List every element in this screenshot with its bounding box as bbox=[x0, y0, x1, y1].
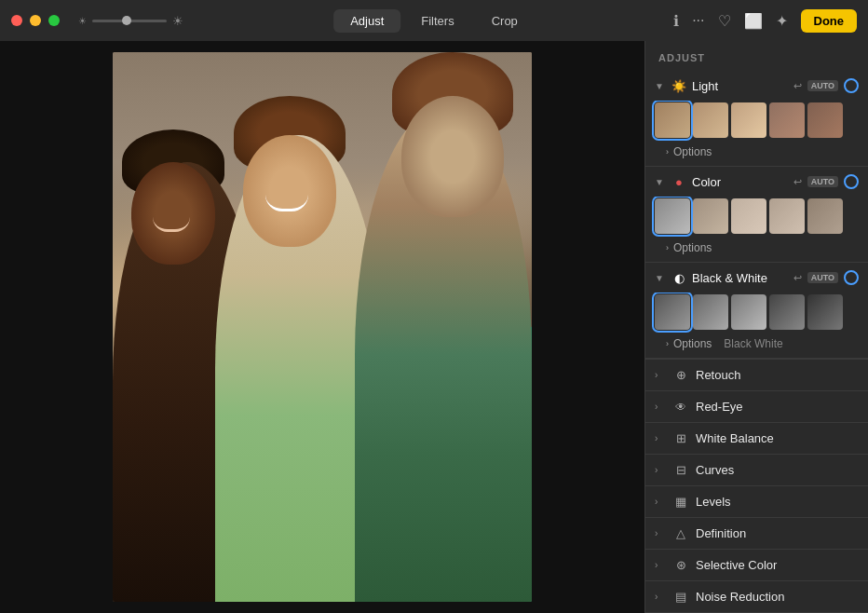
maximize-button[interactable] bbox=[48, 15, 60, 26]
definition-label: Definition bbox=[696, 526, 859, 540]
brightness-min-icon: ☀ bbox=[78, 16, 87, 26]
light-thumb-3[interactable] bbox=[731, 102, 766, 138]
bw-undo-icon[interactable]: ↩ bbox=[793, 272, 802, 284]
tool-selective-color[interactable]: › ⊛ Selective Color bbox=[645, 549, 868, 580]
retouch-icon: ⊕ bbox=[673, 368, 688, 382]
light-auto-badge[interactable]: AUTO bbox=[807, 80, 838, 91]
light-actions: ↩ AUTO bbox=[793, 78, 859, 93]
light-undo-icon[interactable]: ↩ bbox=[793, 80, 802, 92]
bw-toggle[interactable] bbox=[844, 270, 859, 285]
color-thumb-3[interactable] bbox=[731, 198, 766, 234]
light-options-row[interactable]: › Options bbox=[645, 143, 868, 166]
color-auto-badge[interactable]: AUTO bbox=[807, 176, 838, 187]
white-balance-icon: ⊞ bbox=[673, 431, 688, 445]
color-circle-icon: ● bbox=[671, 175, 686, 189]
tool-red-eye[interactable]: › 👁 Red-Eye bbox=[645, 390, 868, 422]
heart-icon[interactable]: ♡ bbox=[718, 12, 731, 30]
color-thumb-5[interactable] bbox=[807, 198, 843, 234]
light-toggle[interactable] bbox=[844, 78, 859, 93]
bw-thumb-5[interactable] bbox=[807, 294, 843, 330]
color-thumb-2[interactable] bbox=[693, 198, 728, 234]
light-title: Light bbox=[692, 79, 788, 93]
light-thumbnails bbox=[645, 101, 868, 143]
color-toggle[interactable] bbox=[844, 174, 859, 189]
sidebar-title: ADJUST bbox=[645, 41, 868, 71]
tab-crop[interactable]: Crop bbox=[475, 9, 535, 33]
bw-options-row[interactable]: › Options Black White bbox=[645, 335, 868, 358]
light-thumb-2[interactable] bbox=[693, 102, 728, 138]
info-icon[interactable]: ℹ bbox=[673, 12, 679, 30]
minimize-button[interactable] bbox=[30, 15, 41, 26]
definition-icon: △ bbox=[673, 526, 688, 540]
tool-noise-reduction[interactable]: › ▤ Noise Reduction bbox=[645, 580, 868, 612]
section-color-header[interactable]: ▼ ● Color ↩ AUTO bbox=[645, 167, 868, 197]
light-thumb-4[interactable] bbox=[769, 102, 805, 138]
definition-chevron-icon: › bbox=[655, 528, 666, 538]
curves-chevron-icon: › bbox=[655, 465, 666, 475]
levels-chevron-icon: › bbox=[655, 497, 666, 507]
levels-icon: ▦ bbox=[673, 495, 688, 509]
color-thumb-1[interactable] bbox=[655, 198, 690, 234]
bw-chevron-icon: ▼ bbox=[655, 273, 666, 283]
bw-thumb-4[interactable] bbox=[769, 294, 805, 330]
done-button[interactable]: Done bbox=[801, 9, 858, 33]
tool-curves[interactable]: › ⊟ Curves bbox=[645, 454, 868, 485]
titlebar-tabs: Adjust Filters Crop bbox=[333, 9, 535, 33]
section-color: ▼ ● Color ↩ AUTO › Options bbox=[645, 167, 868, 263]
bw-actions: ↩ AUTO bbox=[793, 270, 859, 285]
main-area: ADJUST ▼ ☀️ Light ↩ AUTO › bbox=[0, 41, 868, 613]
tool-retouch[interactable]: › ⊕ Retouch bbox=[645, 359, 868, 390]
tool-white-balance[interactable]: › ⊞ White Balance bbox=[645, 422, 868, 454]
bw-options-label: Options bbox=[673, 337, 712, 350]
color-options-row[interactable]: › Options bbox=[645, 239, 868, 262]
color-undo-icon[interactable]: ↩ bbox=[793, 176, 802, 188]
levels-label: Levels bbox=[696, 495, 859, 509]
bw-thumbnails bbox=[645, 293, 868, 335]
tool-definition[interactable]: › △ Definition bbox=[645, 517, 868, 549]
color-chevron-icon: ▼ bbox=[655, 177, 666, 187]
red-eye-chevron-icon: › bbox=[655, 402, 666, 412]
section-bw-header[interactable]: ▼ ◐ Black & White ↩ AUTO bbox=[645, 263, 868, 293]
color-title: Color bbox=[692, 175, 788, 189]
tab-adjust[interactable]: Adjust bbox=[333, 9, 400, 33]
bw-auto-badge[interactable]: AUTO bbox=[807, 272, 838, 283]
selective-color-chevron-icon: › bbox=[655, 560, 666, 570]
photo-area bbox=[0, 41, 644, 613]
light-thumb-1[interactable] bbox=[655, 102, 690, 138]
section-light-header[interactable]: ▼ ☀️ Light ↩ AUTO bbox=[645, 71, 868, 101]
noise-reduction-icon: ▤ bbox=[673, 590, 688, 604]
noise-reduction-label: Noise Reduction bbox=[696, 590, 859, 604]
retouch-chevron-icon: › bbox=[655, 370, 666, 380]
brightness-slider[interactable] bbox=[92, 20, 167, 22]
bw-title: Black & White bbox=[692, 271, 788, 285]
bw-options-sub-label: Black White bbox=[724, 337, 782, 350]
light-chevron-icon: ▼ bbox=[655, 81, 666, 91]
light-thumb-5[interactable] bbox=[807, 102, 843, 138]
bw-circle-icon: ◐ bbox=[671, 271, 686, 285]
color-options-label: Options bbox=[673, 241, 712, 254]
curves-icon: ⊟ bbox=[673, 463, 688, 477]
frame-icon[interactable]: ⬜ bbox=[744, 12, 763, 30]
magic-icon[interactable]: ✦ bbox=[776, 12, 788, 30]
titlebar: ☀ ☀ Adjust Filters Crop ℹ ··· ♡ ⬜ ✦ Done bbox=[0, 0, 868, 41]
wb-chevron-icon: › bbox=[655, 433, 666, 443]
color-thumb-4[interactable] bbox=[769, 198, 805, 234]
section-bw: ▼ ◐ Black & White ↩ AUTO › Options Bla bbox=[645, 263, 868, 359]
tool-levels[interactable]: › ▦ Levels bbox=[645, 485, 868, 517]
white-balance-label: White Balance bbox=[696, 431, 859, 445]
bw-thumb-3[interactable] bbox=[731, 294, 766, 330]
retouch-label: Retouch bbox=[696, 368, 859, 382]
photo-container bbox=[0, 41, 644, 613]
more-icon[interactable]: ··· bbox=[692, 12, 704, 29]
bw-thumb-2[interactable] bbox=[693, 294, 728, 330]
tab-filters[interactable]: Filters bbox=[404, 9, 470, 33]
photo-display bbox=[113, 52, 532, 602]
light-sun-icon: ☀️ bbox=[671, 79, 686, 93]
close-button[interactable] bbox=[11, 15, 22, 26]
selective-color-icon: ⊛ bbox=[673, 558, 688, 572]
brightness-max-icon: ☀ bbox=[172, 14, 183, 28]
bw-thumb-1[interactable] bbox=[655, 294, 690, 330]
traffic-lights bbox=[11, 15, 60, 26]
color-thumbnails bbox=[645, 197, 868, 239]
light-options-chevron-icon: › bbox=[666, 147, 669, 157]
